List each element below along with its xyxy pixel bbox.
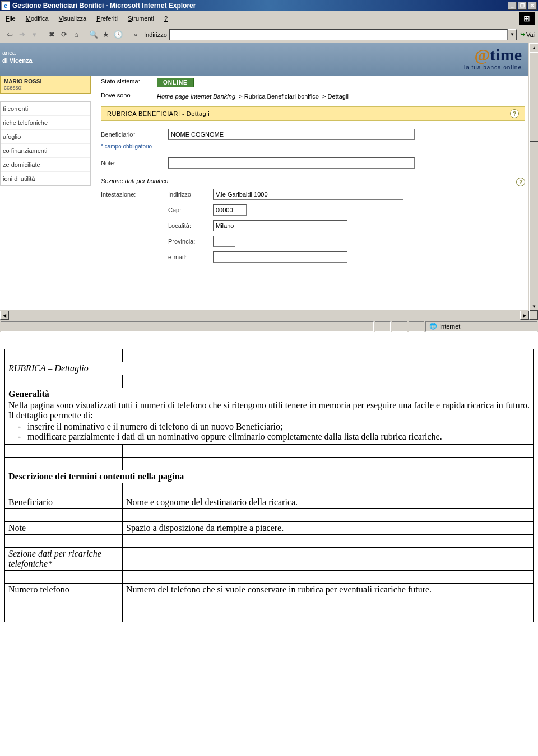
user-name: MARIO ROSSI [4,78,87,85]
doc-table-wrap: RUBRICA – Dettaglio Generalità Nella pag… [4,349,534,622]
doc-gen-li1: inserire il nominativo e il numero di te… [27,422,530,432]
go-button[interactable]: ↪Vai [520,31,535,38]
more-button[interactable]: » [129,29,142,41]
address-dropdown-button[interactable]: ▼ [508,29,517,40]
sidebar-item-portafoglio[interactable]: afoglio [1,130,90,144]
menu-preferiti[interactable]: Preferiti [94,14,120,23]
status-pane-zone: 🌐 Internet [425,321,537,332]
help-icon[interactable]: ? [510,109,519,118]
doc-r3-k: Sezione dati per ricariche telefoniche* [5,548,123,571]
breadcrumb-home[interactable]: Home page Internet Banking [157,93,235,100]
doc-gen-p1: Nella pagina sono visualizzati tutti i n… [8,400,530,421]
favorites-button[interactable]: ★ [100,29,112,41]
status-pane-4 [409,321,424,332]
note-input[interactable] [168,157,415,169]
bank-name-line1: anca [2,49,33,57]
search-button[interactable]: 🔍 [87,29,100,41]
status-pane-main [1,321,374,332]
sidebar-item-ricariche[interactable]: riche telefoniche [1,116,90,130]
doc-table: RUBRICA – Dettaglio Generalità Nella pag… [4,349,534,622]
scroll-thumb[interactable] [530,52,538,142]
sidebar-item-conti[interactable]: ti correnti [1,102,90,116]
cap-input[interactable] [213,204,247,216]
window-title: Gestione Beneficiari Bonifici - Microsof… [12,2,508,10]
stop-button[interactable]: ✖ [45,29,58,41]
maximize-button[interactable]: ❐ [518,2,527,10]
required-note: * campo obbligatorio [101,143,525,150]
scroll-up-button[interactable]: ▲ [530,43,538,52]
history-button[interactable]: 🕓 [112,29,124,41]
localita-label: Località: [168,222,213,229]
doc-r1-k: Beneficiario [5,496,123,509]
ie-throbber-icon: ⊞ [519,12,535,25]
doc-r2-v: Spazio a disposizione da riempire a piac… [123,522,534,535]
forward-dropdown[interactable]: ▾ [28,29,40,41]
user-access-label: ccesso: [4,85,87,91]
doc-gen-title: Generalità [8,389,49,399]
scroll-left-button[interactable]: ◀ [0,311,9,320]
email-label: e-mail: [168,254,213,260]
scroll-down-button[interactable]: ▼ [530,302,538,311]
system-status-badge: ONLINE [157,78,194,87]
doc-r4-v: Numero del telefono che si vuole conserv… [123,584,534,596]
toolbar-divider [127,29,127,41]
status-pane-3 [392,321,407,332]
address-input[interactable] [169,29,508,40]
localita-input[interactable] [213,220,347,231]
vertical-scrollbar[interactable]: ▲ ▼ [529,43,538,311]
menu-strumenti[interactable]: Strumenti [126,14,156,23]
bank-logo: @time [464,45,522,64]
breadcrumb: Home page Internet Banking > Rubrica Ben… [157,92,349,104]
status-zone-label: Internet [439,323,460,330]
address-label: Indirizzo [144,31,167,38]
horizontal-scrollbar[interactable]: ◀ ▶ [0,311,538,320]
breadcrumb-mid[interactable]: Rubrica Beneficiari bonifico [244,93,319,100]
breadcrumb-last: Dettagli [328,93,349,100]
help-icon[interactable]: ? [516,178,525,186]
menu-visualizza[interactable]: Visualizza [57,14,89,23]
menu-modifica[interactable]: Modifica [24,14,51,23]
where-label: Dove sono [101,92,157,99]
scroll-right-button[interactable]: ▶ [520,311,529,320]
doc-r1-v: Nome e cognome del destinatario della ri… [123,496,534,509]
doc-r4-k: Numero telefono [5,584,123,596]
bank-header: anca di Vicenza @time la tua banca onlin… [0,43,528,76]
ie-icon: e [1,1,10,10]
provincia-label: Provincia: [168,238,213,245]
doc-desc-title: Descrizione dei termini contenuti nella … [5,470,534,483]
sidebar-item-utenze[interactable]: ze domiciliate [1,158,90,172]
beneficiario-input[interactable] [168,129,415,140]
intestazione-label: Intestazione: [101,191,168,198]
toolbar-divider [43,29,43,41]
back-button[interactable]: ⇦ [3,29,16,41]
menu-help[interactable]: ? [162,14,170,23]
note-label: Note: [101,160,168,166]
email-input[interactable] [213,251,347,263]
forward-button[interactable]: ➔ [16,29,28,41]
globe-icon: 🌐 [429,323,437,330]
system-status-label: Stato sistema: [101,78,157,85]
cap-label: Cap: [168,207,213,213]
window-titlebar: e Gestione Beneficiari Bonifici - Micros… [0,0,538,11]
sidebar-item-utilita[interactable]: ioni di utilità [1,172,90,185]
minimize-button[interactable]: _ [508,2,517,10]
menu-bar: File Modifica Visualizza Preferiti Strum… [0,11,538,26]
toolbar-divider [85,29,85,41]
refresh-button[interactable]: ⟳ [58,29,70,41]
doc-gen-li2: modificare parzialmente i dati di un nom… [27,432,530,442]
close-button[interactable]: ✕ [528,2,537,10]
indirizzo-input[interactable] [213,189,404,200]
bank-name-line2: di Vicenza [2,57,33,64]
home-button[interactable]: ⌂ [70,29,82,41]
status-bar: 🌐 Internet [0,320,538,332]
status-pane-2 [375,321,391,332]
doc-r2-k: Note [5,522,123,535]
panel-title-bar: RUBRICA BENEFICIARI - Dettagli ? [101,106,525,121]
provincia-input[interactable] [213,236,235,247]
sidebar-item-finanziamenti[interactable]: co finanziamenti [1,144,90,158]
bank-tagline: la tua banca online [464,64,522,71]
menu-file[interactable]: File [3,14,18,23]
panel-title: RUBRICA BENEFICIARI - Dettagli [107,110,510,117]
go-label: Vai [526,31,535,38]
beneficiario-label: Beneficiario* [101,131,168,138]
